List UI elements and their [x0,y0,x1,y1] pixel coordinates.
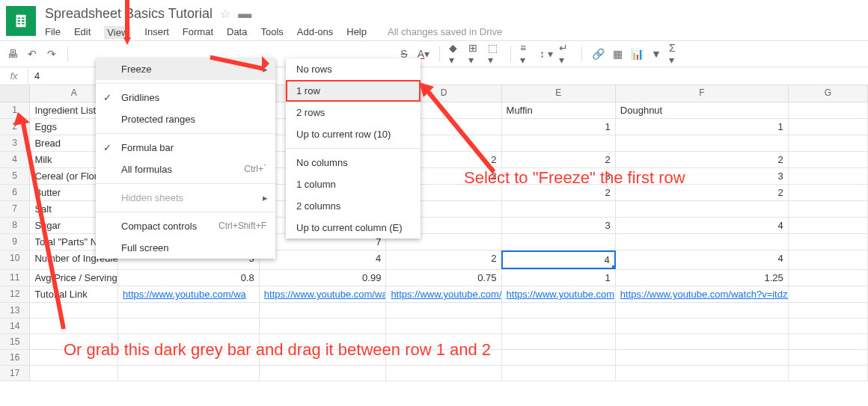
menu-file[interactable]: File [45,26,61,39]
cell[interactable] [789,319,868,333]
cell[interactable]: 2 [386,250,501,269]
cell[interactable] [502,319,616,333]
wrap-icon[interactable]: ↵ ▾ [559,47,572,61]
cell[interactable]: 2 [502,152,616,167]
col-header[interactable]: F [616,85,789,102]
cell[interactable]: 4 [501,250,615,269]
functions-icon[interactable]: Σ ▾ [669,47,682,61]
cell[interactable] [386,303,501,318]
cell[interactable]: 1 [502,119,616,135]
cell[interactable] [616,234,789,250]
cell[interactable]: 3 [502,218,616,233]
row-header[interactable]: 14 [0,319,30,333]
freeze-norows[interactable]: No rows [286,58,421,80]
cell[interactable] [789,350,868,365]
menu-fullscreen[interactable]: Full screen [96,237,275,259]
link-icon[interactable]: 🔗 [591,47,605,61]
cell[interactable] [30,350,118,365]
cell[interactable]: 2 [616,152,789,167]
menu-addons[interactable]: Add-ons [297,26,333,39]
chart-icon[interactable]: 📊 [630,47,644,61]
cell[interactable] [260,334,387,349]
cell[interactable] [789,286,868,302]
menu-freeze[interactable]: Freeze [96,58,275,80]
cell[interactable]: Avg Price / Serving [30,270,118,286]
cell[interactable] [502,201,616,217]
cell[interactable]: 1 [616,119,789,135]
cell[interactable]: 0.75 [386,270,501,286]
freeze-uprow[interactable]: Up to current row (10) [286,123,421,145]
freeze-upcol[interactable]: Up to current column (E) [286,217,421,239]
col-header[interactable]: E [502,85,616,102]
row-header[interactable]: 16 [0,350,30,365]
star-icon[interactable]: ☆ [220,7,230,21]
cell[interactable]: Muffin [502,102,616,118]
cell[interactable] [386,350,501,365]
row-header[interactable]: 2 [0,119,30,135]
freeze-2cols[interactable]: 2 columns [286,195,421,217]
cell[interactable] [616,366,789,381]
row-header[interactable]: 6 [0,185,30,200]
cell[interactable]: 1 [502,270,616,286]
cell[interactable] [118,319,260,333]
cell[interactable] [789,135,868,151]
cell[interactable] [789,366,868,381]
cell[interactable] [789,102,868,118]
menu-edit[interactable]: Edit [74,26,91,39]
menu-data[interactable]: Data [227,26,247,39]
cell[interactable] [502,234,616,250]
cell[interactable] [260,350,387,365]
cell[interactable]: 3 [502,168,616,184]
row-header[interactable]: 5 [0,168,30,184]
cell[interactable] [30,334,118,349]
cell[interactable] [789,218,868,233]
menu-gridlines[interactable]: Gridlines [96,87,275,108]
cell[interactable]: https://www.youtube.com [502,286,616,302]
cell[interactable] [260,366,387,381]
cell[interactable]: https://www.youtube.com/w [386,286,501,302]
cell[interactable]: 4 [616,218,789,233]
cell[interactable] [502,334,616,349]
cell[interactable]: 4 [260,250,387,269]
cell[interactable] [118,303,260,318]
menu-allformulas[interactable]: All formulasCtrl+` [96,159,275,180]
cell[interactable] [386,366,501,381]
row-header[interactable]: 12 [0,286,30,302]
cell[interactable] [616,201,789,217]
sheets-logo[interactable] [6,6,36,36]
freeze-1row[interactable]: 1 row [286,80,421,102]
cell[interactable] [789,334,868,349]
menu-protected[interactable]: Protected ranges [96,108,275,130]
row-header[interactable]: 11 [0,270,30,286]
undo-icon[interactable]: ↶ [25,47,39,61]
cell[interactable]: https://www.youtube.com/wa [260,286,387,302]
cell[interactable] [789,201,868,217]
cell[interactable]: 2 [616,185,789,200]
col-header[interactable]: G [789,85,868,102]
cell[interactable] [789,152,868,167]
row-header[interactable]: 9 [0,234,30,250]
freeze-nocols[interactable]: No columns [286,152,421,173]
menu-compact[interactable]: Compact controlsCtrl+Shift+F [96,215,275,237]
cell[interactable]: 3 [616,168,789,184]
cell[interactable] [30,319,118,333]
doc-title[interactable]: Spreadsheet Basics Tutorial [45,6,213,22]
menu-format[interactable]: Format [183,26,213,39]
cell[interactable] [616,135,789,151]
cell[interactable] [789,303,868,318]
row-header[interactable]: 7 [0,201,30,217]
cell[interactable] [386,334,501,349]
cell[interactable] [30,366,118,381]
row-header[interactable]: 4 [0,152,30,167]
menu-help[interactable]: Help [346,26,367,39]
cell[interactable]: https://www.youtube.com/watch?v=itdza8kY… [616,286,789,302]
borders-icon[interactable]: ⊞ ▾ [468,47,482,61]
freeze-1col[interactable]: 1 column [286,173,421,195]
cell[interactable]: 1.25 [616,270,789,286]
halign-icon[interactable]: ≡ ▾ [520,47,534,61]
cell[interactable] [386,319,501,333]
cell[interactable]: 0.99 [260,270,387,286]
cell[interactable] [502,135,616,151]
cell[interactable] [502,350,616,365]
cell[interactable] [789,270,868,286]
